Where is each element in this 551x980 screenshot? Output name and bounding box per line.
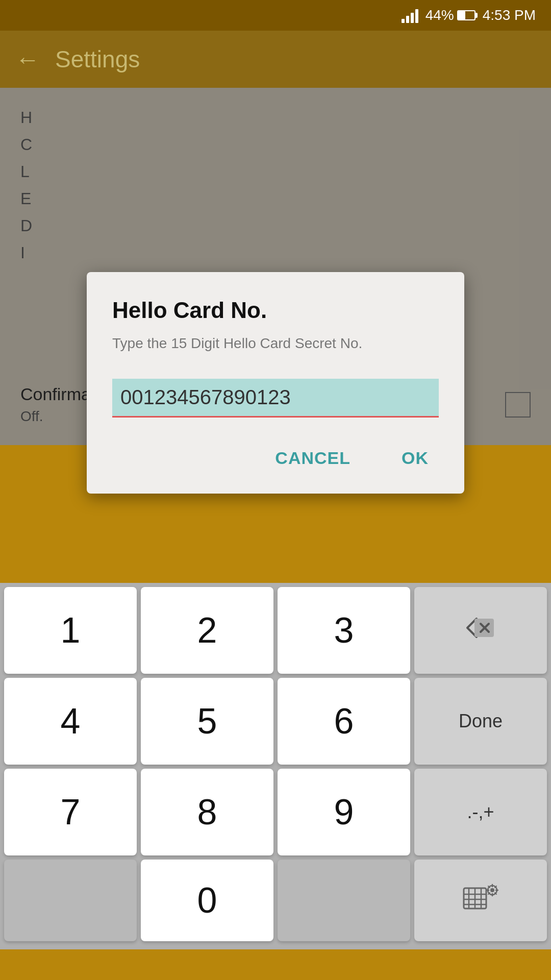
keyboard-row-1: 1 2 3 — [4, 587, 547, 674]
key-empty-left — [4, 860, 137, 941]
ok-button[interactable]: OK — [391, 443, 439, 473]
svg-point-11 — [490, 888, 494, 892]
key-3[interactable]: 3 — [278, 587, 410, 674]
key-settings[interactable] — [414, 860, 547, 941]
key-5[interactable]: 5 — [141, 678, 273, 765]
key-4[interactable]: 4 — [4, 678, 137, 765]
signal-icon — [402, 8, 418, 23]
backspace-icon — [465, 616, 496, 645]
dialog-input-container — [112, 379, 439, 418]
key-0[interactable]: 0 — [141, 860, 273, 941]
keyboard-row-4: 0 — [4, 860, 547, 941]
cancel-button[interactable]: CANCEL — [265, 443, 361, 473]
top-section: H C L E D I Confirmation Before Call Off… — [0, 88, 551, 583]
dialog-wrapper: Hello Card No. Type the 15 Digit Hello C… — [0, 176, 551, 590]
battery-container: 44% — [425, 7, 475, 23]
key-8[interactable]: 8 — [141, 769, 273, 855]
battery-fill — [458, 11, 465, 19]
keyboard-row-3: 7 8 9 .-,+ — [4, 769, 547, 855]
numeric-keyboard: 1 2 3 4 5 6 Done 7 — [0, 583, 551, 949]
status-bar: 44% 4:53 PM — [0, 0, 551, 31]
app-bar: ← Settings — [0, 31, 551, 88]
keyboard-row-2: 4 5 6 Done — [4, 678, 547, 765]
key-7[interactable]: 7 — [4, 769, 137, 855]
app-bar-title: Settings — [55, 45, 140, 73]
key-done[interactable]: Done — [414, 678, 547, 765]
status-icons: 44% 4:53 PM — [402, 7, 536, 23]
key-symbols[interactable]: .-,+ — [414, 769, 547, 855]
dialog-title: Hello Card No. — [112, 298, 439, 323]
hello-card-dialog: Hello Card No. Type the 15 Digit Hello C… — [87, 272, 464, 494]
battery-icon — [457, 10, 475, 20]
key-6[interactable]: 6 — [278, 678, 410, 765]
settings-keyboard-icon — [463, 883, 498, 918]
key-9[interactable]: 9 — [278, 769, 410, 855]
back-button[interactable]: ← — [15, 45, 40, 74]
main-container: 44% 4:53 PM ← Settings H C L E D I Confi… — [0, 0, 551, 949]
key-1[interactable]: 1 — [4, 587, 137, 674]
dialog-subtitle: Type the 15 Digit Hello Card Secret No. — [112, 333, 439, 353]
key-backspace[interactable] — [414, 587, 547, 674]
key-empty-right — [278, 860, 410, 941]
key-2[interactable]: 2 — [141, 587, 273, 674]
clock: 4:53 PM — [483, 7, 536, 23]
battery-percentage: 44% — [425, 7, 454, 23]
dialog-actions: CANCEL OK — [112, 443, 439, 473]
card-number-input[interactable] — [112, 379, 439, 418]
